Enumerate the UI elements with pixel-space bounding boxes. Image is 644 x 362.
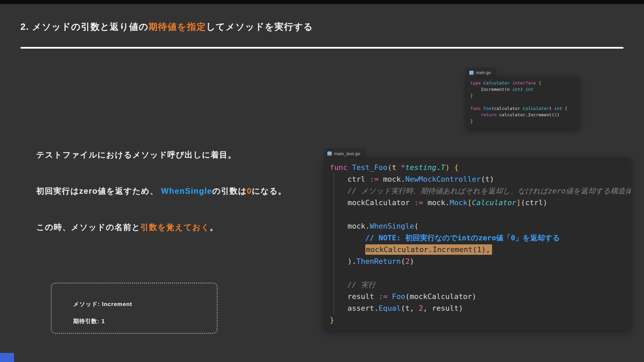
note-line-2-mid: の引数は [212,186,247,195]
code-main-test-go: func Test_Foo(t *testing.T) { ctrl := mo… [324,158,631,330]
note-line-3-pre: この時、メソッドの名前と [36,223,141,232]
code-window-main-go: main.go type Calculator interface { Incr… [466,69,579,128]
note-line-2: 初回実行はzero値を返すため、 WhenSingleの引数は0になる。 [36,186,286,196]
note-line-3-remember-args: 引数を覚えておく [141,223,210,232]
indent-guide [333,173,334,314]
tab-main-go: main.go [466,69,496,76]
note-line-2-pre: 初回実行はzero値を返すため、 [36,186,161,195]
tab-main-test-go: main_test.go [324,149,365,158]
note-line-2-zero: 0 [247,186,252,195]
note-line-2-post: になる。 [252,186,287,195]
expectation-memo-box: メソッド: Increment 期待引数: 1 [51,283,218,334]
page-title-highlight: 期待値を指定 [149,22,206,32]
memo-method: メソッド: Increment [73,300,210,308]
page-title-suffix: してメソッドを実行する [206,22,313,32]
note-line-2-whensingle: WhenSingle [161,186,212,195]
slide-root: { "title": { "prefix": "2. メソッドの引数と返り値の"… [0,0,644,362]
tab-main-go-label: main.go [476,70,491,75]
code-window-main-test-go: main_test.go func Test_Foo(t *testing.T)… [324,149,631,330]
tab-main-test-go-label: main_test.go [334,151,360,156]
page-title: 2. メソッドの引数と返り値の期待値を指定してメソッドを実行する [20,21,313,33]
go-file-icon [469,71,474,75]
slide-corner-accent [0,353,14,362]
note-line-3-post: 。 [210,223,218,232]
page-title-prefix: 2. メソッドの引数と返り値の [20,22,149,32]
go-file-icon [327,152,332,156]
note-line-1: テストファイルにおけるメソッド呼び出しに着目。 [36,149,236,160]
top-black-bar [0,0,644,4]
code-main-go: type Calculator interface { Increment(n … [466,76,579,128]
title-divider [20,47,624,49]
memo-expected-arg: 期待引数: 1 [73,317,210,325]
note-line-3: この時、メソッドの名前と引数を覚えておく。 [36,222,218,233]
